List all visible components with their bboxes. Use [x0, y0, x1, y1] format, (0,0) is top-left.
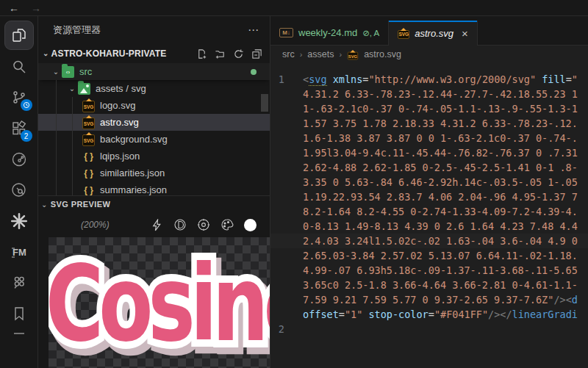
- chevron-down-icon: ⌄: [41, 201, 48, 209]
- sidebar-scrollbar[interactable]: [261, 94, 268, 112]
- code-text: <svg xmlns="http://www.w3.org/2000/svg" …: [303, 72, 578, 87]
- tab-weekly-24-md[interactable]: M↓ weekly-24.md ⊘, A: [270, 21, 389, 45]
- figma-icon[interactable]: [4, 267, 34, 298]
- references-icon[interactable]: [4, 175, 34, 206]
- tree-item-summaries-json[interactable]: { }summaries.json: [38, 181, 270, 195]
- svg-preview-header[interactable]: ⌄ SVG PREVIEW: [38, 196, 270, 212]
- breadcrumb-assets[interactable]: assets: [307, 49, 334, 59]
- workspace-section-header[interactable]: ⌄ ASTRO-KOHARU-PRIVATE: [38, 44, 270, 63]
- line-number: [270, 263, 303, 278]
- iconify-star-icon[interactable]: [4, 206, 34, 237]
- chevron-down-icon[interactable]: ⌄: [50, 68, 62, 76]
- tree-item-astro-svg[interactable]: SVGastro.svg: [38, 114, 270, 131]
- code-line: 2.62-4.88 2.62-1.85 0-2.5-.45-2.5-1.41 0…: [270, 160, 588, 175]
- logo-text: Cosine: [49, 243, 270, 365]
- line-number: [270, 219, 303, 234]
- code-editor[interactable]: 1<svg xmlns="http://www.w3.org/2000/svg"…: [270, 63, 588, 368]
- line-number: [270, 160, 303, 175]
- code-text: 2.62-4.88 2.62-1.85 0-2.5-.45-2.5-1.41 0…: [303, 160, 578, 175]
- breadcrumb-src[interactable]: src: [282, 49, 295, 59]
- line-number: [270, 175, 303, 190]
- forward-arrow-icon[interactable]: →: [31, 3, 41, 13]
- json-file-icon: { }: [82, 184, 95, 196]
- refresh-icon[interactable]: [233, 48, 244, 59]
- line-number: [270, 307, 303, 322]
- json-file-icon: { }: [82, 151, 95, 162]
- code-line: 2.65.03-3.84 2.57.02 5.13.07 6.64.11-.02…: [270, 248, 588, 263]
- new-file-icon[interactable]: [196, 48, 207, 59]
- views-more-actions-icon[interactable]: ⋯: [248, 24, 259, 37]
- editor-group: M↓ weekly-24.md ⊘, A SVG astro.svg × src…: [270, 16, 588, 368]
- tree-item-assets-svg[interactable]: ⌄assets / svg: [38, 80, 270, 97]
- code-text: 1-.63-2.1c0-.37 0-.74-.05-1.1-.13-.9-.55…: [303, 101, 578, 116]
- back-arrow-icon[interactable]: ←: [9, 3, 19, 13]
- line-number: [270, 101, 303, 116]
- code-text: offset="1" stop-color="#F041FF"/></linea…: [303, 307, 578, 322]
- breadcrumb-file[interactable]: astro.svg: [364, 49, 401, 59]
- code-line: 1.57 3.75 1.78 2.18.33 4.31.2 6.33-.78.2…: [270, 116, 588, 131]
- line-number: [270, 204, 303, 219]
- file-label: assets / svg: [96, 83, 146, 94]
- tab-git-status: ⊘, A: [362, 28, 379, 38]
- line-number: [270, 234, 303, 248]
- folder-assets-icon: [78, 83, 90, 95]
- tab-astro-svg[interactable]: SVG astro.svg ×: [389, 21, 478, 46]
- code-line: offset="1" stop-color="#F041FF"/></linea…: [270, 307, 588, 322]
- contrast-icon[interactable]: [173, 218, 187, 231]
- code-line: 7.59 9.21 7.59 5.77 0 9.37-2.65 9.37-7.6…: [270, 292, 588, 307]
- new-folder-icon[interactable]: [215, 48, 226, 59]
- preview-background-color-circle[interactable]: [244, 219, 257, 231]
- zap-icon[interactable]: [151, 219, 163, 231]
- palette-icon[interactable]: [220, 218, 234, 231]
- tree-item-similarities-json[interactable]: { }similarities.json: [38, 165, 270, 181]
- target-icon[interactable]: [197, 218, 210, 231]
- tab-bar: M↓ weekly-24.md ⊘, A SVG astro.svg ×: [270, 16, 588, 46]
- breadcrumb-separator: ›: [300, 50, 303, 59]
- code-line: 1<svg xmlns="http://www.w3.org/2000/svg"…: [270, 72, 588, 87]
- git-modified-dot: [251, 69, 257, 75]
- line-number: 2: [270, 322, 303, 336]
- explorer-sidebar: 资源管理器 ⋯ ⌄ ASTRO-KOHARU-PRIVATE: [38, 16, 270, 368]
- code-line: 4.31.2 6.33-.78.23-.12.44-.27.7-.42.18.5…: [270, 87, 588, 101]
- tree-item-background-svg[interactable]: SVGbackground.svg: [38, 131, 270, 148]
- code-line: 1.6-1.38 3.87 3.87 0 0 1-.63-2.1c0-.37 0…: [270, 131, 588, 145]
- tree-item-logo-svg[interactable]: SVGlogo.svg: [38, 97, 270, 114]
- search-icon[interactable]: [4, 51, 34, 82]
- markdown-icon: M↓: [279, 28, 293, 37]
- tree-item-src[interactable]: ⌄‹›src: [38, 63, 270, 80]
- source-control-icon[interactable]: [4, 82, 34, 113]
- title-bar: ← →: [0, 0, 588, 16]
- line-number: [270, 292, 303, 307]
- svg-preview-panel: ⌄ SVG PREVIEW (200%): [38, 195, 270, 368]
- line-number: [270, 248, 303, 263]
- svg-preview-canvas[interactable]: Cosine Cosine: [49, 237, 270, 368]
- code-line: 1-.63-2.1c0-.37 0-.74-.05-1.1-.13-.9-.55…: [270, 101, 588, 116]
- svg-file-icon: SVG: [82, 118, 95, 129]
- svg-file-icon: SVG: [82, 101, 95, 112]
- code-text: 1.19.22.93.54 2.83.7 4.06 2.04-.96 4.95-…: [303, 190, 578, 204]
- json-file-icon: { }: [82, 167, 95, 179]
- logo-preview-image: Cosine Cosine: [49, 237, 270, 368]
- clipped-bottom-icon[interactable]: [4, 329, 34, 335]
- line-number: [270, 131, 303, 145]
- tree-item-lqips-json[interactable]: { }lqips.json: [38, 148, 270, 165]
- code-text: 3.35 0 5.63-.84 6.46-2.92h.14c-.03.5-.05…: [303, 175, 578, 190]
- extensions-icon[interactable]: 2: [4, 113, 34, 144]
- explorer-icon[interactable]: [4, 21, 34, 50]
- close-icon[interactable]: ×: [462, 27, 468, 40]
- commit-graph-icon[interactable]: [4, 144, 34, 175]
- code-line: 3.35 0 5.63-.84 6.46-2.92h.14c-.03.5-.05…: [270, 175, 588, 190]
- breadcrumb-separator: ›: [339, 50, 342, 59]
- code-text: 4.31.2 6.33-.78.23-.12.44-.27.7-.42.18.5…: [303, 87, 578, 101]
- line-number: [270, 190, 303, 204]
- bookmarks-icon[interactable]: [4, 298, 34, 329]
- workspace-name: ASTRO-KOHARU-PRIVATE: [51, 48, 167, 59]
- collapse-all-icon[interactable]: [251, 48, 262, 59]
- front-matter-icon[interactable]: FM: [4, 237, 34, 267]
- line-number: [270, 145, 303, 160]
- chevron-down-icon[interactable]: ⌄: [66, 84, 78, 93]
- file-label: background.svg: [100, 134, 168, 145]
- zoom-level: (200%): [81, 220, 110, 230]
- line-number: [270, 278, 303, 292]
- activity-bar: 2 FM: [0, 16, 38, 368]
